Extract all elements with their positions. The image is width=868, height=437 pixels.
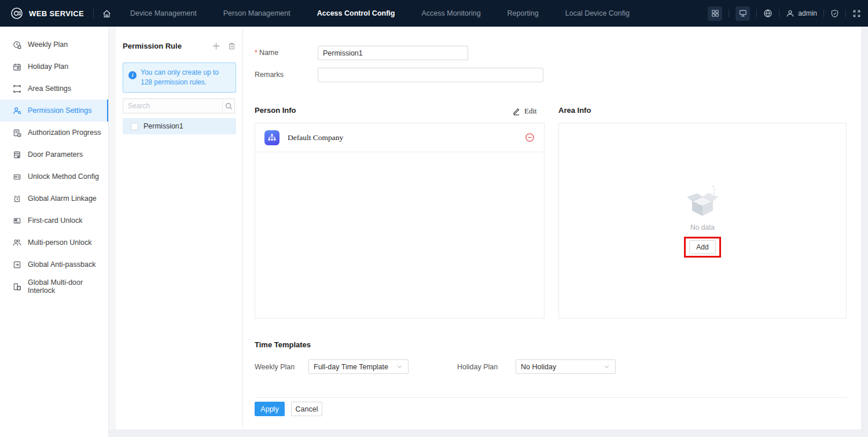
sidebar-item-label: Unlock Method Config [28, 172, 99, 181]
rule-name: Permission1 [144, 122, 183, 130]
remarks-label: Remarks [255, 71, 284, 79]
brand-separator [93, 9, 94, 18]
add-rule-icon[interactable] [212, 42, 220, 50]
weekly-plan-icon [13, 41, 21, 49]
sidebar-item-label: Weekly Plan [28, 41, 68, 49]
rule-list-item[interactable]: Permission1 [123, 118, 236, 134]
holiday-plan-icon [13, 63, 21, 71]
area-info-panel: No data Add [558, 123, 847, 318]
bottom-scrollbar-track[interactable] [109, 429, 868, 437]
home-icon[interactable] [102, 9, 112, 19]
sidebar-item-label: Permission Settings [28, 107, 91, 115]
area-info-title: Area Info [558, 106, 591, 115]
delete-rule-icon[interactable] [227, 42, 236, 50]
sidebar-item-unlock-method-config[interactable]: Unlock Method Config [0, 166, 108, 188]
global-alarm-linkage-icon [13, 194, 21, 203]
area-empty-state: No data Add [559, 123, 846, 318]
globe-icon[interactable] [763, 9, 773, 18]
required-marker: * [255, 49, 258, 57]
sidebar: Weekly Plan Holiday Plan Area Settings P… [0, 27, 109, 437]
apply-button[interactable]: Apply [255, 402, 285, 416]
nav-local-device-config[interactable]: Local Device Config [565, 9, 630, 17]
weekly-plan-select[interactable]: Full-day Time Template [308, 359, 409, 374]
sidebar-item-global-multi-door-interlock[interactable]: Global Multi-door Interlock [0, 276, 108, 298]
rule-search-input[interactable] [123, 102, 222, 110]
header-separator [756, 9, 757, 17]
sidebar-item-label: First-card Unlock [28, 216, 82, 225]
person-info-title: Person Info [255, 106, 296, 115]
header-separator [779, 9, 779, 17]
top-header: WEB SERVICE Device Management Person Man… [0, 0, 868, 27]
door-parameters-icon [13, 150, 21, 159]
sidebar-item-permission-settings[interactable]: Permission Settings [0, 100, 108, 122]
person-info-panel: Default Company [255, 123, 545, 318]
fullscreen-icon[interactable] [852, 9, 861, 18]
nav-person-management[interactable]: Person Management [223, 9, 290, 17]
area-settings-icon [13, 85, 21, 93]
no-data-text: No data [690, 223, 715, 232]
permission-form: *Name Remarks Person Info Edit Default C… [244, 27, 861, 429]
sidebar-item-holiday-plan[interactable]: Holiday Plan [0, 56, 108, 78]
sidebar-item-area-settings[interactable]: Area Settings [0, 78, 108, 100]
shield-icon[interactable] [830, 9, 839, 18]
holiday-plan-select[interactable]: No Holiday [516, 359, 616, 374]
company-name: Default Company [288, 133, 525, 142]
permission-settings-icon [13, 107, 21, 115]
nav-device-management[interactable]: Device Management [130, 9, 197, 17]
empty-box-icon [684, 184, 721, 221]
weekly-plan-value: Full-day Time Template [314, 363, 396, 371]
info-icon: i [128, 71, 137, 79]
sidebar-item-authorization-progress[interactable]: Authorization Progress [0, 122, 108, 144]
sidebar-item-global-alarm-linkage[interactable]: Global Alarm Linkage [0, 188, 108, 210]
brand: WEB SERVICE [10, 7, 84, 20]
device-monitor-icon[interactable] [735, 6, 750, 21]
sidebar-item-label: Authorization Progress [28, 128, 101, 137]
user-menu[interactable]: admin [786, 9, 817, 18]
sidebar-item-label: Global Alarm Linkage [28, 194, 97, 203]
rule-limit-notice: i You can only create up to 128 permissi… [123, 63, 236, 93]
edit-person-button[interactable]: Edit [512, 107, 537, 116]
sidebar-item-label: Holiday Plan [28, 63, 68, 71]
header-separator [823, 9, 824, 17]
main-nav: Device Management Person Management Acce… [130, 0, 630, 27]
person-info-item: Default Company [255, 123, 544, 152]
rule-search [123, 98, 235, 113]
nav-reporting[interactable]: Reporting [507, 9, 539, 17]
remarks-input[interactable] [318, 68, 543, 82]
chevron-down-icon [396, 363, 403, 370]
sidebar-item-global-anti-passback[interactable]: Global Anti-passback [0, 254, 108, 276]
add-area-button[interactable]: Add [689, 240, 716, 254]
authorization-progress-icon [13, 128, 21, 137]
right-scrollbar-track[interactable] [861, 27, 868, 437]
sidebar-item-door-parameters[interactable]: Door Parameters [0, 144, 108, 166]
permission-rule-panel: Permission Rule i You can only create up… [116, 27, 243, 429]
sidebar-item-label: Door Parameters [28, 150, 83, 159]
sidebar-item-multi-person-unlock[interactable]: Multi-person Unlock [0, 232, 108, 254]
nav-access-control-config[interactable]: Access Control Config [317, 9, 395, 17]
nav-access-monitoring[interactable]: Access Monitoring [421, 9, 480, 17]
name-input[interactable] [318, 46, 468, 60]
rule-limit-text: You can only create up to 128 permission… [141, 68, 231, 87]
header-separator [729, 9, 729, 17]
header-separator [845, 9, 846, 17]
brand-name: WEB SERVICE [29, 9, 84, 18]
cancel-button[interactable]: Cancel [291, 402, 322, 416]
remove-company-icon[interactable] [525, 133, 535, 142]
global-anti-passback-icon [13, 260, 21, 269]
sidebar-item-label: Global Anti-passback [28, 260, 95, 269]
multi-person-unlock-icon [13, 238, 21, 247]
name-label: *Name [255, 49, 278, 57]
rule-checkbox[interactable] [131, 123, 138, 130]
apps-grid-icon[interactable] [708, 6, 722, 21]
form-divider [255, 397, 847, 398]
permission-rule-title: Permission Rule [123, 42, 182, 50]
search-icon[interactable] [222, 99, 234, 113]
sidebar-item-label: Area Settings [28, 85, 71, 93]
sidebar-gutter [109, 27, 116, 437]
sidebar-item-first-card-unlock[interactable]: First-card Unlock [0, 210, 108, 232]
sidebar-item-weekly-plan[interactable]: Weekly Plan [0, 34, 108, 56]
holiday-plan-label: Holiday Plan [457, 363, 498, 371]
webservice-logo-icon [10, 7, 23, 20]
first-card-unlock-icon [13, 216, 21, 225]
time-templates-title: Time Templates [255, 340, 311, 349]
